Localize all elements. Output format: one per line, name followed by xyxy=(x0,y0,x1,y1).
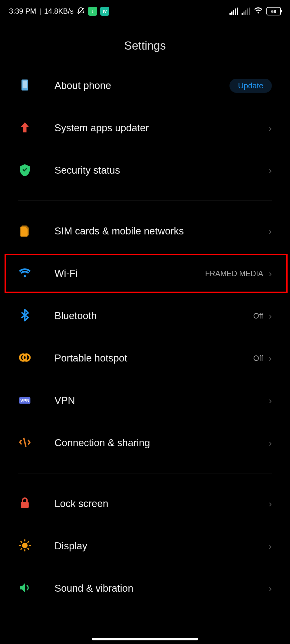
setting-label: SIM cards & mobile networks xyxy=(54,225,269,237)
sim-icon xyxy=(18,224,31,238)
sun-icon xyxy=(18,539,31,553)
setting-about-phone[interactable]: About phone Update xyxy=(18,64,272,107)
status-time: 3:39 PM xyxy=(9,7,36,15)
signal-1-icon xyxy=(229,8,238,15)
wifi-icon xyxy=(18,266,31,281)
setting-label: Bluetooth xyxy=(54,310,253,322)
home-indicator[interactable] xyxy=(92,638,198,640)
wifi-status-icon xyxy=(254,7,263,15)
chevron-right-icon: › xyxy=(269,498,272,509)
hotspot-icon xyxy=(18,351,31,365)
app-w-icon: w xyxy=(100,7,109,16)
status-right: 68 xyxy=(229,7,281,15)
setting-label: VPN xyxy=(54,395,269,406)
chevron-right-icon: › xyxy=(269,165,272,176)
battery-icon: 68 xyxy=(266,7,281,15)
svg-text:VPN: VPN xyxy=(20,398,29,403)
vpn-icon: VPN xyxy=(18,393,31,408)
phone-icon xyxy=(18,78,31,93)
setting-label: System apps updater xyxy=(54,122,269,134)
setting-connection[interactable]: Connection & sharing › xyxy=(18,422,272,464)
setting-wifi[interactable]: Wi-Fi FRAMED MEDIA › xyxy=(18,252,272,295)
chevron-right-icon: › xyxy=(269,395,272,406)
setting-label: Connection & sharing xyxy=(54,437,269,449)
signal-2-icon xyxy=(242,8,250,15)
setting-label: Wi-Fi xyxy=(54,268,205,279)
setting-sound[interactable]: Sound & vibration › xyxy=(18,567,272,610)
setting-security[interactable]: Security status › xyxy=(18,149,272,191)
lock-icon xyxy=(18,496,31,511)
chevron-right-icon: › xyxy=(269,310,272,322)
setting-display[interactable]: Display › xyxy=(18,525,272,567)
page-title: Settings xyxy=(0,39,290,52)
setting-vpn[interactable]: VPN VPN › xyxy=(18,379,272,422)
svg-line-15 xyxy=(21,548,22,549)
chevron-right-icon: › xyxy=(269,123,272,134)
update-badge[interactable]: Update xyxy=(229,79,272,93)
setting-label: Lock screen xyxy=(54,498,269,509)
setting-value: Off xyxy=(253,312,263,320)
status-left: 3:39 PM | 14.8KB/s ↓ w xyxy=(9,7,109,16)
battery-level: 68 xyxy=(271,9,276,14)
setting-lock[interactable]: Lock screen › xyxy=(18,482,272,525)
connection-icon xyxy=(18,436,31,450)
setting-value: FRAMED MEDIA xyxy=(205,269,263,278)
status-bar: 3:39 PM | 14.8KB/s ↓ w xyxy=(0,0,290,21)
chevron-right-icon: › xyxy=(269,437,272,449)
setting-bluetooth[interactable]: Bluetooth Off › xyxy=(18,295,272,337)
svg-line-14 xyxy=(28,548,29,549)
setting-sim[interactable]: SIM cards & mobile networks › xyxy=(18,210,272,252)
status-divider: | xyxy=(39,7,41,15)
speaker-icon xyxy=(18,581,31,596)
setting-value: Off xyxy=(253,354,263,363)
bluetooth-icon xyxy=(18,309,31,323)
shield-icon xyxy=(18,163,31,178)
setting-label: About phone xyxy=(54,80,229,91)
setting-system-updater[interactable]: System apps updater › xyxy=(18,107,272,149)
chevron-right-icon: › xyxy=(269,268,272,279)
chevron-right-icon: › xyxy=(269,226,272,237)
setting-hotspot[interactable]: Portable hotspot Off › xyxy=(18,337,272,379)
chevron-right-icon: › xyxy=(269,541,272,552)
svg-point-8 xyxy=(22,543,28,548)
divider xyxy=(18,201,272,201)
divider xyxy=(18,473,272,473)
mute-icon xyxy=(77,7,85,15)
svg-rect-7 xyxy=(21,502,29,508)
arrow-up-icon xyxy=(18,121,31,135)
chevron-right-icon: › xyxy=(269,583,272,594)
status-speed: 14.8KB/s xyxy=(44,7,74,15)
svg-line-16 xyxy=(28,541,29,542)
chevron-right-icon: › xyxy=(269,353,272,364)
setting-label: Security status xyxy=(54,165,269,176)
svg-line-13 xyxy=(21,541,22,542)
setting-label: Portable hotspot xyxy=(54,352,253,364)
download-icon: ↓ xyxy=(88,7,97,16)
setting-label: Sound & vibration xyxy=(54,583,269,594)
setting-label: Display xyxy=(54,540,269,552)
svg-rect-2 xyxy=(23,80,27,88)
settings-list: About phone Update System apps updater ›… xyxy=(0,64,290,610)
